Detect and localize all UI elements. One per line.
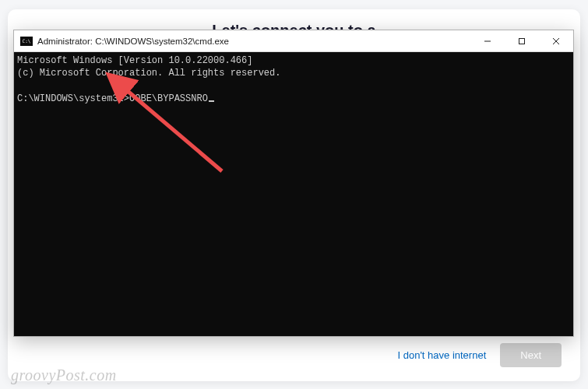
maximize-button[interactable] <box>505 30 539 51</box>
watermark: groovyPost.com <box>11 366 117 384</box>
terminal-cursor <box>209 100 214 102</box>
maximize-icon <box>518 37 526 45</box>
window-controls <box>470 30 573 51</box>
cmd-icon <box>20 37 33 46</box>
next-button[interactable]: Next <box>500 343 562 367</box>
minimize-icon <box>484 37 491 45</box>
window-titlebar[interactable]: Administrator: C:\WINDOWS\system32\cmd.e… <box>14 30 573 52</box>
window-title: Administrator: C:\WINDOWS\system32\cmd.e… <box>37 37 470 46</box>
svg-rect-1 <box>519 38 525 44</box>
terminal-command: OOBE\BYPASSNRO <box>129 93 208 104</box>
terminal-prompt: C:\WINDOWS\system32> <box>17 93 129 104</box>
terminal-body[interactable]: Microsoft Windows [Version 10.0.22000.46… <box>14 52 573 336</box>
cmd-window: Administrator: C:\WINDOWS\system32\cmd.e… <box>13 30 574 337</box>
terminal-line-version: Microsoft Windows [Version 10.0.22000.46… <box>17 55 252 66</box>
no-internet-link[interactable]: I don't have internet <box>397 349 486 361</box>
oobe-bottom-bar: I don't have internet Next <box>397 343 562 367</box>
minimize-button[interactable] <box>470 30 505 51</box>
close-button[interactable] <box>539 30 573 51</box>
close-icon <box>552 37 560 45</box>
terminal-line-copyright: (c) Microsoft Corporation. All rights re… <box>17 68 280 79</box>
